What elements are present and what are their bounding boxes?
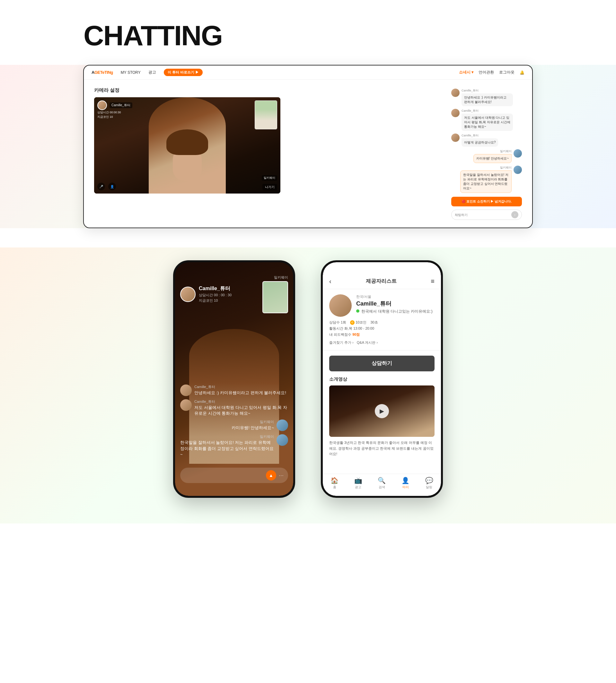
chat-messages: Camille_튜터 안녕하세요 :) 카미유쌤이라고 편하게 불러주세요! C…	[451, 87, 522, 194]
online-indicator	[356, 310, 359, 313]
phone1-more-btn[interactable]: ···	[279, 472, 284, 479]
nav-logout[interactable]: 로그아웃	[499, 70, 514, 75]
phone1-msg-1: Camille_튜터 안녕하세요 :) 카미유쌤이라고 편하게 불러주세요!	[180, 385, 288, 396]
phone1-session-time: 상담시간 00 : 00 : 30	[199, 293, 232, 298]
phone2-video-thumbnail[interactable]: ▶	[329, 385, 435, 437]
phone2-schedule: 활동시간 화,목 13:00 - 20:00	[329, 326, 435, 331]
nav-cta-btn[interactable]: 이 튜터 바로쓰기 ▶	[164, 69, 203, 76]
phone1-frame: Camille_튜터 상담시간 00 : 00 : 30 지금코인 10 밀키웨…	[173, 260, 295, 498]
video-thumbnail-preview	[255, 100, 277, 129]
phone2-intro-section: 소개영상 ▶ 한국생활 3년차고 한국 특유의 문화가 좋아서 오래 머무를 예…	[323, 377, 441, 457]
phone1-coins: 지금코인 10	[199, 298, 232, 303]
nav-bell-icon[interactable]: 🔔	[520, 70, 525, 75]
chat-avatar-me-5	[513, 166, 522, 174]
coin-icon: C	[350, 320, 355, 325]
video-overlay-top: Camille_튜터	[97, 100, 132, 110]
nav-language[interactable]: 언어관환	[479, 70, 494, 75]
desktop-mockup-wrapper: AGETeTINg MY STORY 광고 이 튜터 바로쓰기 ▶ 소네시 ▾ …	[0, 65, 616, 228]
phone2-back-btn[interactable]: ‹	[329, 278, 331, 285]
phone1-username: Camille_튜터	[199, 285, 232, 292]
ph1-text-4: 한국말을 잘하셔서 놀랐어요! 저는 파리로 유학예정이라 회화를 좀더 교정받…	[180, 440, 274, 457]
chat-bubble-5: 한국말을 잘하셔서 놀랐어요! 저는 파리로 유학예정이라 회화를 좀더 교정받…	[460, 170, 512, 193]
chat-msg-2: Camille_튜터 저도 서울에서 대학원 다니고 있어서 평일 화,목 자유…	[451, 109, 522, 131]
phone1-msg-4: 밀키웨이 한국말을 잘하셔서 놀랐어요! 저는 파리로 유학예정이라 회화를 좀…	[180, 434, 288, 457]
nav-ad[interactable]: 광고	[148, 70, 156, 75]
desktop-mockup: AGETeTINg MY STORY 광고 이 튜터 바로쓰기 ▶ 소네시 ▾ …	[83, 65, 533, 228]
phone2-info: 한국/서울 Camille_튜터 한국에서 대학원 다니고있는 카미유에요:)	[356, 294, 433, 314]
send-btn[interactable]: ›	[511, 211, 519, 218]
chat-avatar-2	[451, 109, 460, 117]
phone1-thumbnail	[262, 281, 288, 313]
phone1-msg-2: Camille_튜터 저도 서울에서 대학원 다니고 있어서 평일 화,목 자유…	[180, 399, 288, 416]
phone2-consult-btn[interactable]: 상담하기	[329, 356, 435, 371]
nav-sosei[interactable]: 소네시 ▾	[459, 70, 474, 75]
orange-action-btn[interactable]: 🔴 포인트 소진하기 ▶ 넘겨갑니다.	[451, 197, 522, 206]
phone2-intro-title: 소개영상	[329, 377, 435, 382]
ph1-text-2: 저도 서울에서 대학원 다니고 있어서 평일 화,목 자유로운 시간에 통화가능…	[194, 405, 288, 416]
mic-btn[interactable]: 🎤	[97, 183, 105, 190]
video-controls: 🎤 👤	[97, 183, 116, 190]
ph1-msg-avatar-right-4	[277, 434, 288, 446]
chat-sender-4: 밀키웨이	[474, 149, 512, 154]
chat-sender-3: Camille_튜터	[462, 134, 498, 138]
cam-btn[interactable]: 👤	[108, 183, 116, 190]
desktop-nav: AGETeTINg MY STORY 광고 이 튜터 바로쓰기 ▶ 소네시 ▾ …	[84, 66, 532, 79]
desktop-logo: AGETeTINg	[91, 70, 113, 75]
phone2-nav-home[interactable]: 🏠 홈	[323, 477, 347, 490]
phone2-nav-my[interactable]: 👤 마이	[394, 477, 418, 490]
chat-bubble-wrap-2: Camille_튜터 저도 서울에서 대학원 다니고 있어서 평일 화,목 자유…	[462, 109, 513, 131]
chat-bubble-wrap-4: 밀키웨이 카미유쌤! 안녕하세요~	[474, 149, 512, 163]
phone2-header: ‹ 제공자리스트 ≡	[323, 262, 441, 289]
phone2-nav-ad[interactable]: 📺 광고	[347, 477, 370, 490]
phone2-feedback: 내 피드백점수 90점	[329, 332, 435, 337]
phone2-avatar	[329, 294, 352, 317]
thumbnail-person	[255, 101, 277, 129]
chat-input[interactable]	[455, 213, 511, 217]
phone1-input-bar: ▲ ···	[180, 468, 288, 483]
home-icon: 🏠	[330, 477, 338, 484]
nav-my-story[interactable]: MY STORY	[121, 70, 141, 75]
phone1-user-info: Camille_튜터 상담시간 00 : 00 : 30 지금코인 10	[180, 285, 232, 303]
chat-panel: Camille_튜터 안녕하세요 :) 카미유쌤이라고 편하게 불러주세요! C…	[451, 87, 522, 220]
chat-bubble-4: 카미유쌤! 안녕하세요~	[474, 154, 512, 163]
video-user-name: Camille_튜터	[110, 103, 132, 108]
mobile-section: Camille_튜터 상담시간 00 : 00 : 30 지금코인 10 밀키웨…	[0, 248, 616, 523]
phone2-location: 한국/서울	[356, 294, 433, 299]
chat-bubble-2: 저도 서울에서 대학원 다니고 있어서 평일 화,목 자유로운 시간에 통화가능…	[462, 114, 513, 131]
phone2-coins-per: 10코인	[355, 320, 367, 325]
chat-sender-1: Camille_튜터	[462, 89, 513, 93]
phone1-send-btn[interactable]: ▲	[266, 470, 276, 480]
my-icon: 👤	[401, 477, 410, 484]
phone2-intro-desc: 한국생활 3년차고 한국 특유의 문화가 좋아서 오래 머무를 예정 이에요. …	[329, 440, 435, 457]
phone2-menu-btn[interactable]: ≡	[431, 278, 435, 285]
chat-bubble-wrap-1: Camille_튜터 안녕하세요 :) 카미유쌤이라고 편하게 불러주세요!	[462, 89, 513, 106]
search-icon: 🔍	[378, 477, 386, 484]
phone2-favorite-link[interactable]: 즐겨찾기 추가 ›	[329, 340, 354, 345]
ph1-sender-2: Camille_튜터	[194, 399, 288, 404]
camera-title: 카메라 설정	[94, 87, 443, 93]
phone1-avatar	[180, 287, 196, 302]
phone2-duration: 30초	[370, 320, 378, 325]
phone2-qna-link[interactable]: Q&A 게시판 ›	[357, 340, 378, 345]
phone2-nav-darling[interactable]: 💬 달링	[417, 477, 441, 490]
phone1-messages: Camille_튜터 안녕하세요 :) 카미유쌤이라고 편하게 불러주세요! C…	[175, 385, 293, 457]
chat-sender-2: Camille_튜터	[462, 109, 513, 113]
video-user-avatar	[97, 100, 107, 110]
ph1-sender-4: 밀키웨이	[180, 434, 274, 439]
phone2-nav-search[interactable]: 🔍 검색	[370, 477, 394, 490]
chat-bubble-1: 안녕하세요 :) 카미유쌤이라고 편하게 불러주세요!	[462, 93, 513, 106]
phone1-label: 밀키웨이	[262, 275, 288, 280]
camera-section: 카메라 설정 Camille_튜터 상담시간 00:00:30	[94, 87, 443, 220]
chat-avatar-1	[451, 89, 460, 97]
page-title: CHATTING	[0, 0, 616, 65]
phone2-profile-top: 한국/서울 Camille_튜터 한국에서 대학원 다니고있는 카미유에요:)	[329, 294, 435, 317]
ph1-msg-avatar-2	[180, 399, 192, 411]
phone2-play-btn[interactable]: ▶	[375, 404, 389, 418]
exit-btn[interactable]: 나가기	[262, 184, 277, 190]
chat-bubble-wrap-5: 밀키웨이 한국말을 잘하셔서 놀랐어요! 저는 파리로 유학예정이라 회화를 좀…	[460, 166, 512, 193]
ph1-msg-avatar-1	[180, 385, 192, 396]
mobile-bg-gradient	[0, 248, 616, 523]
phone2-stats-row: 상담수 1회 C 10코인 30초	[329, 320, 435, 325]
phone1-screen: Camille_튜터 상담시간 00 : 00 : 30 지금코인 10 밀키웨…	[175, 262, 293, 496]
chat-msg-5: 밀키웨이 한국말을 잘하셔서 놀랐어요! 저는 파리로 유학예정이라 회화를 좀…	[451, 166, 522, 193]
